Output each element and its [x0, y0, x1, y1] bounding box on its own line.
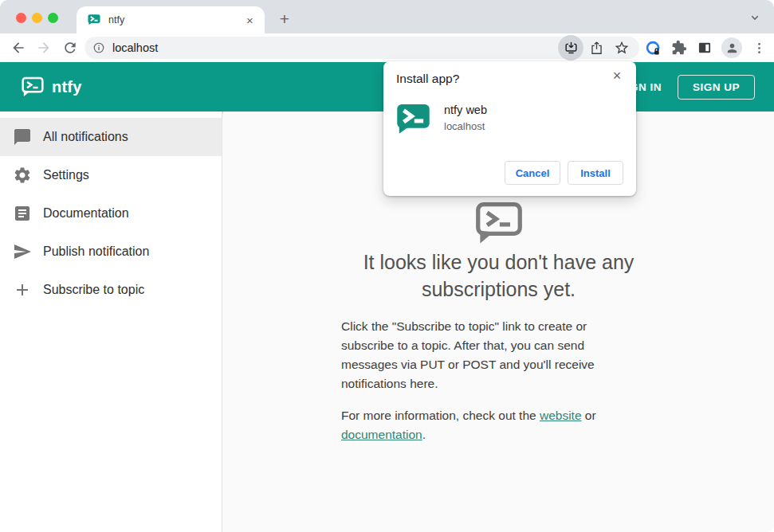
traffic-light-minimize[interactable] [32, 13, 42, 23]
password-manager-extension-icon[interactable] [645, 40, 662, 57]
ntfy-favicon-icon [88, 14, 100, 26]
chevron-down-icon[interactable] [747, 10, 763, 25]
sidebar-item-settings[interactable]: Settings [0, 156, 222, 194]
tab-close-icon[interactable]: × [243, 14, 257, 27]
send-icon [13, 242, 32, 261]
gear-icon [13, 166, 32, 185]
sign-up-button[interactable]: SIGN UP [678, 75, 755, 100]
info-icon[interactable] [92, 41, 105, 54]
forward-icon[interactable] [36, 40, 52, 56]
sidebar-item-documentation[interactable]: Documentation [0, 194, 222, 233]
sidebar-item-label: Publish notification [43, 244, 149, 259]
dialog-title: Install app? [396, 72, 459, 86]
paragraph-text: For more information, check out the [341, 409, 540, 422]
menu-kebab-icon[interactable] [751, 40, 768, 57]
share-icon[interactable] [583, 37, 609, 59]
reload-icon[interactable] [62, 40, 78, 56]
sidebar-item-all-notifications[interactable]: All notifications [0, 118, 222, 156]
cancel-button[interactable]: Cancel [505, 161, 560, 185]
chat-bubble-icon [13, 127, 32, 147]
sidebar-item-label: Documentation [43, 206, 129, 221]
article-icon [13, 204, 32, 223]
documentation-link[interactable]: documentation [341, 428, 422, 441]
profile-avatar[interactable] [721, 37, 742, 58]
traffic-light-close[interactable] [16, 13, 26, 23]
dialog-app-name: ntfy web [444, 104, 487, 116]
address-bar[interactable]: localhost [84, 37, 639, 59]
install-app-icon[interactable] [558, 35, 583, 61]
sidebar-item-publish-notification[interactable]: Publish notification [0, 233, 222, 271]
side-panel-icon[interactable] [696, 40, 713, 57]
back-icon[interactable] [10, 40, 26, 56]
empty-state-links-paragraph: For more information, check out the webs… [341, 406, 652, 444]
website-link[interactable]: website [540, 409, 582, 422]
app-title: ntfy [52, 78, 81, 96]
sidebar-item-label: All notifications [43, 130, 128, 144]
browser-tab[interactable]: ntfy × [77, 6, 265, 33]
sidebar-item-subscribe-to-topic[interactable]: Subscribe to topic [0, 271, 222, 309]
browser-window: ntfy × + localhost [0, 0, 774, 532]
new-tab-button[interactable]: + [274, 9, 295, 29]
extensions-puzzle-icon[interactable] [670, 40, 687, 57]
ntfy-logo-icon [22, 76, 44, 98]
tab-title: ntfy [108, 14, 243, 25]
close-icon[interactable]: × [607, 66, 627, 85]
ntfy-empty-state-icon [474, 201, 524, 246]
paragraph-text: or [582, 409, 596, 422]
plus-icon [13, 280, 32, 299]
bookmark-star-icon[interactable] [609, 37, 635, 59]
dialog-app-origin: localhost [444, 120, 485, 132]
sidebar: All notifications Settings Documentation… [0, 111, 222, 532]
traffic-light-maximize[interactable] [48, 13, 58, 23]
sidebar-item-label: Settings [43, 168, 89, 182]
empty-state-paragraph: Click the "Subscribe to topic" link to c… [341, 317, 652, 393]
ntfy-app-icon [396, 103, 430, 136]
install-button[interactable]: Install [568, 161, 623, 185]
install-app-dialog: Install app? × ntfy web localhost Cancel… [383, 61, 636, 196]
empty-state-heading: It looks like you don't have any subscri… [223, 248, 774, 303]
tab-strip: ntfy × + [0, 0, 774, 33]
url-text: localhost [112, 41, 558, 54]
sidebar-item-label: Subscribe to topic [43, 283, 144, 297]
paragraph-text: . [422, 428, 426, 441]
